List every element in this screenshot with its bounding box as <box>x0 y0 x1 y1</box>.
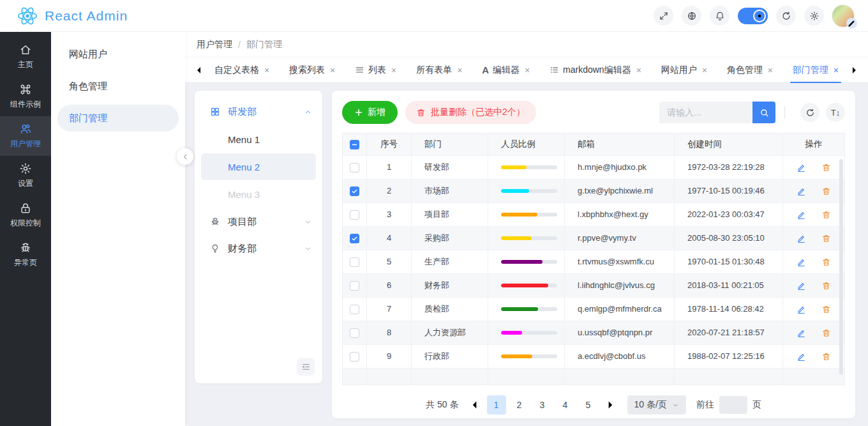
search-button[interactable] <box>752 102 775 123</box>
table-fontsize-button[interactable]: T↕ <box>826 103 845 122</box>
tab-dept-mgmt[interactable]: 部门管理× <box>793 57 839 83</box>
tab-list[interactable]: 列表× <box>355 57 396 83</box>
user-avatar[interactable] <box>832 5 854 27</box>
search-input[interactable] <box>659 102 752 123</box>
cell-dept: 财务部 <box>412 274 488 297</box>
tree-child-menu-1[interactable]: Menu 1 <box>201 126 316 153</box>
brand[interactable]: React Admin <box>0 5 128 27</box>
font-icon: A <box>482 65 489 75</box>
tree-node-dev-dept[interactable]: 研发部 <box>201 98 316 125</box>
submenu-item-site-users[interactable]: 网站用户 <box>57 41 179 68</box>
delete-icon[interactable] <box>821 186 831 196</box>
edit-icon[interactable] <box>797 352 806 361</box>
batch-delete-button[interactable]: 批量删除（已选中2个） <box>405 101 536 124</box>
tree-node-project-dept[interactable]: 项目部 <box>201 208 316 235</box>
tree-node-finance-dept[interactable]: 财务部 <box>201 235 316 262</box>
delete-icon[interactable] <box>821 210 831 220</box>
select-all-checkbox[interactable] <box>350 140 359 149</box>
tab-custom-table[interactable]: 自定义表格× <box>214 57 269 83</box>
delete-icon[interactable] <box>821 234 831 243</box>
list-ol-icon <box>550 65 559 75</box>
page-button-2[interactable]: 2 <box>510 395 529 415</box>
page-button-1[interactable]: 1 <box>487 395 506 415</box>
tab-close-icon[interactable]: × <box>391 65 396 75</box>
edit-icon[interactable] <box>797 234 806 243</box>
cell-operations <box>783 345 844 368</box>
tree-child-menu-3[interactable]: Menu 3 <box>201 181 316 208</box>
page-button-3[interactable]: 3 <box>533 395 552 415</box>
tabs-scroll-right-icon[interactable] <box>848 64 860 77</box>
cell-dept: 质检部 <box>412 298 488 321</box>
delete-icon[interactable] <box>821 328 831 338</box>
cell-created: 1978-11-14 06:28:42 <box>675 298 783 321</box>
tab-close-icon[interactable]: × <box>834 65 839 75</box>
fullscreen-button[interactable] <box>654 6 673 26</box>
row-checkbox[interactable] <box>350 163 359 172</box>
settings-button[interactable] <box>804 6 824 26</box>
language-button[interactable] <box>682 6 701 26</box>
tab-close-icon[interactable]: × <box>768 65 773 75</box>
sidebar-item-components[interactable]: 组件示例 <box>0 77 51 116</box>
edit-icon[interactable] <box>797 305 806 314</box>
next-page-icon[interactable] <box>603 398 617 412</box>
delete-icon[interactable] <box>821 257 831 267</box>
refresh-button[interactable] <box>776 6 796 26</box>
sidebar-item-home[interactable]: 主页 <box>0 37 51 77</box>
tree-child-menu-2[interactable]: Menu 2 <box>201 153 316 180</box>
delete-icon[interactable] <box>821 352 831 361</box>
edit-icon[interactable] <box>797 210 806 220</box>
tab-close-icon[interactable]: × <box>525 65 530 75</box>
edit-icon[interactable] <box>797 186 806 196</box>
sidebar-item-permissions[interactable]: 权限控制 <box>0 195 51 235</box>
tab-close-icon[interactable]: × <box>264 65 269 75</box>
page-button-4[interactable]: 4 <box>556 395 575 415</box>
tab-close-icon[interactable]: × <box>702 65 707 75</box>
tab-search-list[interactable]: 搜索列表× <box>289 57 335 83</box>
tab-close-icon[interactable]: × <box>636 65 641 75</box>
tab-close-icon[interactable]: × <box>457 65 462 75</box>
tabs-scroll-left-icon[interactable] <box>193 64 206 77</box>
tab-all-forms[interactable]: 所有表单× <box>416 57 462 83</box>
tab-close-icon[interactable]: × <box>330 65 335 75</box>
edit-icon[interactable] <box>797 328 806 338</box>
theme-toggle[interactable] <box>738 8 768 24</box>
cell-created: 1970-01-15 01:30:48 <box>675 250 783 273</box>
row-checkbox[interactable] <box>350 305 359 314</box>
row-checkbox[interactable] <box>350 210 359 220</box>
tree-indent-button[interactable] <box>297 358 315 376</box>
tab-markdown-editor[interactable]: markdown编辑器× <box>550 57 641 83</box>
row-checkbox[interactable] <box>350 234 359 243</box>
progress-bar <box>501 354 557 358</box>
edit-icon[interactable] <box>797 281 806 291</box>
submenu-item-dept-mgmt[interactable]: 部门管理 <box>57 105 179 132</box>
goto-page-input[interactable] <box>719 396 747 414</box>
collapse-panel-button[interactable] <box>177 148 193 165</box>
edit-icon[interactable] <box>797 163 806 172</box>
submenu-item-role-mgmt[interactable]: 角色管理 <box>57 73 179 100</box>
add-button[interactable]: 新增 <box>342 101 398 124</box>
row-checkbox[interactable] <box>350 328 359 338</box>
table-scrollbar[interactable] <box>839 159 843 375</box>
prev-page-icon[interactable] <box>468 398 482 412</box>
table-refresh-button[interactable] <box>800 103 819 122</box>
page-button-5[interactable]: 5 <box>579 395 598 415</box>
row-checkbox[interactable] <box>350 186 359 196</box>
row-checkbox[interactable] <box>350 281 359 291</box>
tab-role-mgmt[interactable]: 角色管理× <box>727 57 773 83</box>
row-checkbox[interactable] <box>350 352 359 361</box>
header-cell: 序号 <box>367 133 412 155</box>
page-size-select[interactable]: 10 条/页 <box>627 395 686 415</box>
sidebar-item-label: 权限控制 <box>10 218 41 229</box>
tab-site-users[interactable]: 网站用户× <box>661 57 707 83</box>
tab-editor[interactable]: A编辑器× <box>482 57 530 83</box>
sidebar-item-settings[interactable]: 设置 <box>0 156 51 195</box>
breadcrumb-item[interactable]: 用户管理 <box>197 39 232 50</box>
notification-button[interactable] <box>710 6 730 26</box>
delete-icon[interactable] <box>821 163 831 172</box>
row-checkbox[interactable] <box>350 257 359 267</box>
sidebar-item-user-mgmt[interactable]: 用户管理 <box>0 116 51 156</box>
delete-icon[interactable] <box>821 281 831 291</box>
sidebar-item-exceptions[interactable]: 异常页 <box>0 235 51 275</box>
edit-icon[interactable] <box>797 257 806 267</box>
delete-icon[interactable] <box>821 305 831 314</box>
